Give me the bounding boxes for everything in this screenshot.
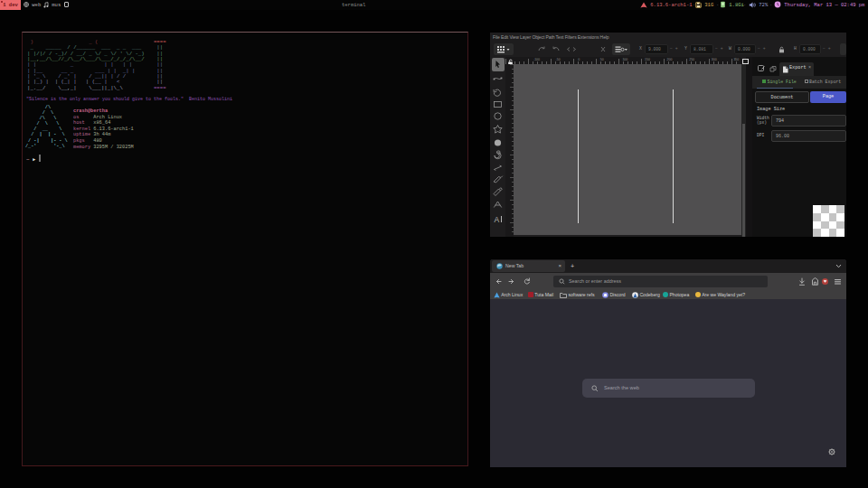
svg-text:A: A bbox=[495, 215, 500, 224]
